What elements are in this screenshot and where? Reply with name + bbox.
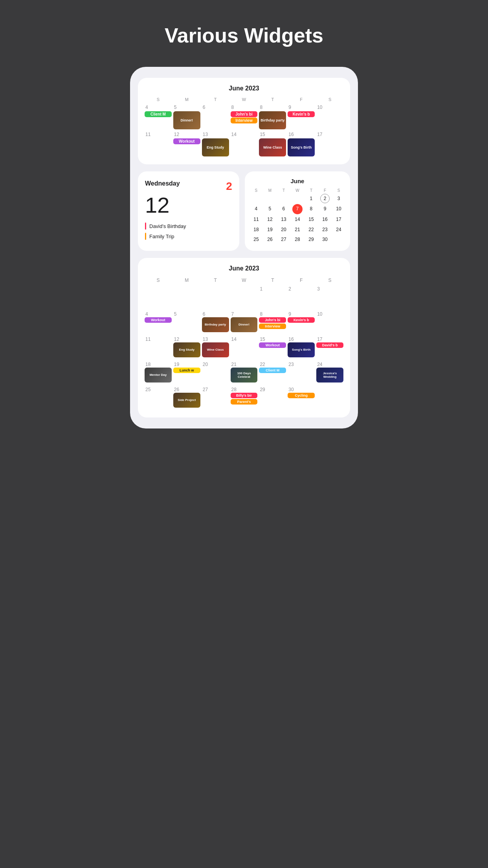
day-event-label-2: Family Trip	[149, 234, 174, 239]
big-cell-27[interactable]: 27	[202, 386, 229, 410]
col-header-t2: T	[259, 96, 286, 103]
big-cell-15[interactable]: 15 Workout	[259, 336, 286, 360]
cal-cell-14[interactable]: 14	[230, 131, 258, 157]
big-cell-26[interactable]: 26 Side Project	[173, 386, 201, 410]
big-cell-5[interactable]: 5	[173, 311, 201, 335]
big-cell-25[interactable]: 25	[144, 386, 172, 410]
mini-cal-title: June	[250, 178, 345, 184]
widget3-title: June 2023	[144, 265, 344, 272]
cal-cell-10[interactable]: 10	[316, 104, 344, 130]
big-cell-7[interactable]: 7 Dinner!	[230, 311, 258, 335]
widget1-title: June 2023	[144, 85, 344, 92]
cal-cell-15[interactable]: 15 Wine Class	[259, 131, 286, 157]
event-count: 2	[226, 180, 232, 193]
cal-cell-17[interactable]: 17	[316, 131, 344, 157]
event-indicator-2	[145, 233, 146, 240]
widget3-grid: S M T W T F S 1 2 3 4 Workout	[144, 276, 344, 410]
cal-cell-16[interactable]: 16 Song's Birth	[287, 131, 315, 157]
col-header-m1: M	[173, 96, 201, 103]
page-title: Various Widgets	[165, 24, 323, 47]
big-cell-empty3	[202, 285, 229, 310]
cal-cell-6[interactable]: 6	[202, 104, 229, 130]
big-cell-20[interactable]: 20	[202, 361, 229, 385]
big-cell-17[interactable]: 17 David's b	[316, 336, 344, 360]
cal-cell-5[interactable]: 5 Dinner!	[173, 104, 201, 130]
widget1-grid: S M T W T F S 4 Client M 5 Dinner! 6 8 J…	[144, 96, 344, 157]
cal-cell-12[interactable]: 12 Workout	[173, 131, 201, 157]
big-cell-18[interactable]: 18 Mentor Day	[144, 361, 172, 385]
big-cell-24[interactable]: 24 Jessica's Wedding	[316, 361, 344, 385]
cal-cell-13[interactable]: 13 Eng Study	[202, 131, 229, 157]
col-header-t1: T	[202, 96, 229, 103]
big-cell-13[interactable]: 13 Wine Class	[202, 336, 229, 360]
widget-small-calendar: June 2023 S M T W T F S 4 Client M 5 Din…	[138, 78, 350, 164]
big-cell-6[interactable]: 6 Birthday party	[202, 311, 229, 335]
col-header-f1: F	[287, 96, 315, 103]
widget-large-calendar: June 2023 S M T W T F S 1 2 3	[138, 258, 350, 417]
col-header-s2: S	[316, 96, 344, 103]
widget-mini-cal: June S M T W T F S 0 0 0 0 1 2 3 4 5	[245, 171, 350, 251]
col-header-s1: S	[144, 96, 172, 103]
widget-row-2: Wednesday 2 12 David's Birthday Family T…	[138, 171, 350, 251]
cal-cell-4[interactable]: 4 Client M	[144, 104, 172, 130]
big-cell-23[interactable]: 23	[287, 361, 315, 385]
big-cell-8[interactable]: 8 John's bi Interview	[259, 311, 286, 335]
event-indicator-1	[145, 223, 146, 230]
big-cell-12[interactable]: 12 Eng Study	[173, 336, 201, 360]
col-header-w1: W	[230, 96, 258, 103]
cal-cell-8t[interactable]: 8 Birthday party	[259, 104, 286, 130]
big-cell-19[interactable]: 19 Lunch w	[173, 361, 201, 385]
big-cell-empty1	[144, 285, 172, 310]
day-event-2: Family Trip	[145, 233, 232, 240]
big-cell-11[interactable]: 11	[144, 336, 172, 360]
mini-cal-grid: S M T W T F S 0 0 0 0 1 2 3 4 5 6 7	[250, 188, 345, 245]
day-events: David's Birthday Family Trip	[145, 223, 232, 240]
big-cell-10[interactable]: 10	[316, 311, 344, 335]
day-number: 12	[145, 194, 232, 216]
big-cell-28[interactable]: 28 Billy's bir Parent's	[230, 386, 258, 410]
big-cell-14[interactable]: 14	[230, 336, 258, 360]
big-cell-empty4	[230, 285, 258, 310]
cal-cell-9[interactable]: 9 Kevin's b	[287, 104, 315, 130]
big-cell-empty2	[173, 285, 201, 310]
big-cell-1[interactable]: 1	[259, 285, 286, 310]
cal-cell-11[interactable]: 11	[144, 131, 172, 157]
big-cell-30[interactable]: 30 Cycling	[287, 386, 315, 410]
cal-cell-8w[interactable]: 8 John's bi Interview	[230, 104, 258, 130]
day-name: Wednesday	[145, 180, 180, 187]
big-cell-2[interactable]: 2	[287, 285, 315, 310]
big-cell-29[interactable]: 29	[259, 386, 286, 410]
day-event-label-1: David's Birthday	[149, 223, 186, 229]
big-cell-9[interactable]: 9 Kevin's b	[287, 311, 315, 335]
big-cell-22[interactable]: 22 Client M	[259, 361, 286, 385]
big-cell-16[interactable]: 16 Song's Birth	[287, 336, 315, 360]
widgets-container: June 2023 S M T W T F S 4 Client M 5 Din…	[130, 67, 358, 428]
big-cell-21[interactable]: 21 100 Days Celebrat	[230, 361, 258, 385]
big-cell-3[interactable]: 3	[316, 285, 344, 310]
big-cell-empty5	[316, 386, 344, 410]
widget-day-card: Wednesday 2 12 David's Birthday Family T…	[138, 171, 239, 251]
big-cell-4[interactable]: 4 Workout	[144, 311, 172, 335]
day-event-1: David's Birthday	[145, 223, 232, 230]
